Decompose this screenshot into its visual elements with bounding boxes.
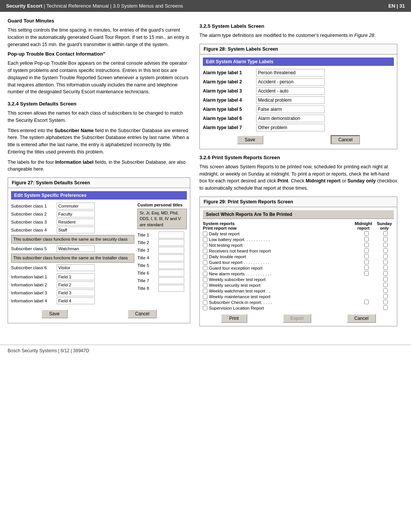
report-not-testing-sunday[interactable] <box>383 243 388 247</box>
report-subscriber-checkin-sunday[interactable] <box>383 300 388 304</box>
subscriber-class-6-label: Subscriber class 6 <box>11 265 57 270</box>
alarm-label-4-input[interactable] <box>256 96 325 104</box>
figure28-save-button[interactable]: Save <box>237 135 263 144</box>
report-weekly-watchman-sunday[interactable] <box>383 288 388 293</box>
alarm-label-5-input[interactable] <box>256 105 325 113</box>
page-header: Security Escort | Technical Reference Ma… <box>0 0 411 12</box>
report-daily-trouble-sunday[interactable] <box>383 254 388 259</box>
subscriber-class-4-input[interactable] <box>57 227 95 233</box>
report-guard-exception-midnight[interactable] <box>364 265 369 270</box>
figure27-cancel-button[interactable]: Cancel <box>127 309 157 318</box>
title-6-row: Title 6 <box>137 270 187 276</box>
title-8-input[interactable] <box>158 285 184 292</box>
report-weekly-maintenance-sunday[interactable] <box>383 294 388 299</box>
report-daily-trouble-midnight[interactable] <box>364 254 369 259</box>
info-label-4-row: Information label 4 <box>11 297 134 304</box>
report-subscriber-checkin-checkbox[interactable] <box>203 300 207 305</box>
title-1-input[interactable] <box>158 232 184 238</box>
report-daily-trouble-checkbox[interactable] <box>203 254 207 259</box>
alarm-label-4-row: Alarm type label 4 <box>203 96 394 104</box>
figure27-save-button[interactable]: Save <box>41 309 68 318</box>
info-label-2-input[interactable] <box>57 281 95 288</box>
alarm-label-6-row: Alarm type label 6 <box>203 115 394 122</box>
figure29-cancel-button[interactable]: Cancel <box>347 314 376 323</box>
left-column: Guard Tour Minutes This setting controls… <box>8 18 190 331</box>
print-button[interactable]: Print <box>221 314 247 323</box>
info-label-1-row: Information label 1 <box>11 273 134 280</box>
report-new-alarms-sunday[interactable] <box>383 271 388 276</box>
print-reports-text: This screen allows System Reports to be … <box>199 163 397 192</box>
report-guard-exception-sunday[interactable] <box>383 265 388 270</box>
info-label-4-input[interactable] <box>57 297 95 304</box>
title-2-input[interactable] <box>158 239 184 246</box>
report-new-alarms-checkbox[interactable] <box>203 272 207 276</box>
alarm-label-7-input[interactable] <box>256 124 325 131</box>
popup-text: Each yellow Pop-up Trouble Box appears o… <box>8 60 190 96</box>
title-7-input[interactable] <box>158 277 184 284</box>
guard-tour-heading: Guard Tour Minutes <box>8 18 190 24</box>
report-receivers-checkbox[interactable] <box>203 249 207 253</box>
title-3-input[interactable] <box>158 247 184 254</box>
alarm-label-1-input[interactable] <box>256 69 325 77</box>
report-receivers-sunday[interactable] <box>383 248 388 253</box>
subscriber-class-2-input[interactable] <box>57 211 95 217</box>
alarm-label-1-label: Alarm type label 1 <box>203 70 256 75</box>
alarm-label-6-input[interactable] <box>256 115 325 122</box>
subscriber-class-5-input[interactable] <box>57 245 95 252</box>
info-label-3-input[interactable] <box>57 289 95 296</box>
report-not-testing-midnight[interactable] <box>364 243 369 247</box>
subscriber-class-5-label: Subscriber class 5 <box>11 246 57 251</box>
report-guard-exception-checkbox[interactable] <box>203 266 207 270</box>
title-5-row: Title 5 <box>137 262 187 269</box>
subscriber-class-2-label: Subscriber class 2 <box>11 212 57 216</box>
alarm-label-2-input[interactable] <box>256 78 325 86</box>
alarm-label-5-row: Alarm type label 5 <box>203 105 394 113</box>
header-page: EN | 31 <box>389 3 405 9</box>
alarm-label-3-input[interactable] <box>256 87 325 95</box>
report-daily-test-checkbox[interactable] <box>203 232 207 236</box>
report-weekly-watchman-checkbox[interactable] <box>203 289 207 293</box>
report-receivers-midnight[interactable] <box>364 248 369 253</box>
title-3-label: Title 3 <box>137 248 158 252</box>
figure-28-content: Edit System Alarm Type Labels Alarm type… <box>200 54 397 149</box>
figure-29-box: Figure 29: Print System Reports Screen S… <box>199 197 397 326</box>
info-label-3-row: Information label 3 <box>11 289 134 296</box>
defaults-right-panel: Custom personal titles Sr, Jr, Esq, MD, … <box>137 203 187 305</box>
report-guard-tour-midnight[interactable] <box>364 260 369 264</box>
report-daily-test-sunday[interactable] <box>383 231 388 236</box>
report-low-battery-midnight[interactable] <box>364 237 369 241</box>
title-8-label: Title 8 <box>137 286 158 291</box>
info-label-1-input[interactable] <box>57 273 95 280</box>
figure-29-content: Select Which Reports Are To Be Printed S… <box>200 207 397 326</box>
report-weekly-security-sunday[interactable] <box>383 283 388 287</box>
report-weekly-maintenance-checkbox[interactable] <box>203 294 207 299</box>
alarm-label-5-label: Alarm type label 5 <box>203 107 256 112</box>
report-subscriber-checkin-midnight[interactable] <box>364 300 369 304</box>
report-weekly-security-checkbox[interactable] <box>203 283 207 288</box>
subscriber-class-1-input[interactable] <box>57 203 95 209</box>
report-guard-tour-checkbox[interactable] <box>203 260 207 265</box>
report-low-battery-checkbox[interactable] <box>203 237 207 242</box>
report-guard-tour-sunday[interactable] <box>383 260 388 264</box>
subscriber-class-3-input[interactable] <box>57 219 95 225</box>
report-not-testing-checkbox[interactable] <box>203 243 207 248</box>
report-supervision-location-checkbox[interactable] <box>203 306 207 310</box>
export-button[interactable]: Export <box>283 314 311 323</box>
title-6-input[interactable] <box>158 270 184 276</box>
report-subscriber-checkin: Subscriber Check-in report. . . . . <box>203 300 394 305</box>
title-4-input[interactable] <box>158 254 184 261</box>
report-weekly-subscriber-sunday[interactable] <box>383 277 388 281</box>
subscriber-class-6-input[interactable] <box>57 264 95 271</box>
report-weekly-security: Weekly security test report <box>203 283 394 288</box>
header-product: Security Escort <box>6 3 42 9</box>
custom-titles-label: Custom personal titles <box>137 203 187 207</box>
report-supervision-location-sunday[interactable] <box>383 305 388 310</box>
report-weekly-subscriber-checkbox[interactable] <box>203 277 207 282</box>
report-low-battery-sunday[interactable] <box>383 237 388 241</box>
report-daily-test-midnight[interactable] <box>364 231 369 236</box>
figure28-cancel-button[interactable]: Cancel <box>331 135 360 144</box>
footer-text: Bosch Security Systems | 6/12 | 38947D <box>8 348 89 353</box>
report-new-alarms-midnight[interactable] <box>364 271 369 276</box>
popup-heading: Pop-up Trouble Box Contact Information" <box>8 51 190 57</box>
title-5-input[interactable] <box>158 262 184 269</box>
